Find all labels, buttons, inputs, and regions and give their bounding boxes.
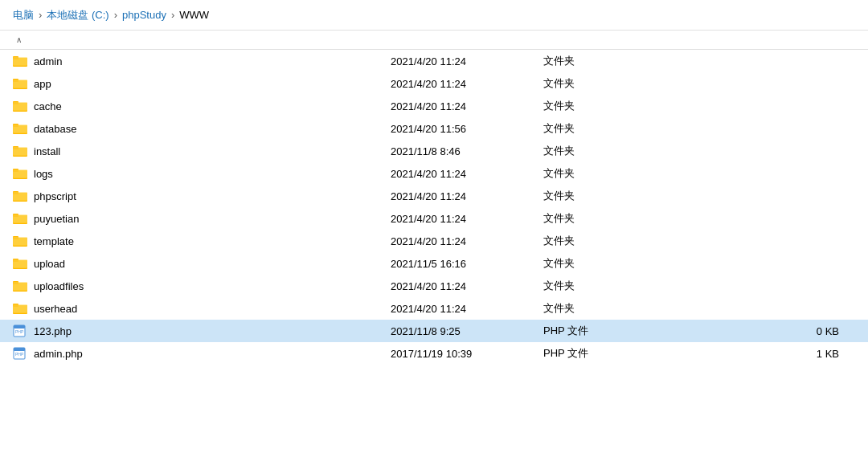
file-type: 文件夹 <box>543 189 704 203</box>
folder-icon <box>13 100 27 112</box>
col-size-header[interactable] <box>704 35 855 44</box>
file-type: 文件夹 <box>543 301 704 316</box>
file-type: 文件夹 <box>543 211 704 226</box>
file-date: 2021/11/8 9:25 <box>391 325 543 337</box>
file-explorer: ∧ admin 2021/4/20 11:24 文件夹 app <box>0 31 868 457</box>
file-date: 2021/4/20 11:24 <box>391 168 543 180</box>
file-name-text: admin.php <box>34 348 83 360</box>
file-date: 2021/4/20 11:56 <box>391 123 543 135</box>
file-type: 文件夹 <box>543 279 704 293</box>
file-name-text: 123.php <box>34 325 72 337</box>
file-date: 2021/11/5 16:16 <box>391 258 543 270</box>
file-name-text: cache <box>34 100 62 112</box>
breadcrumb-sep-1: › <box>39 9 42 21</box>
folder-icon <box>13 122 27 135</box>
file-type: 文件夹 <box>543 99 704 113</box>
table-row[interactable]: cache 2021/4/20 11:24 文件夹 <box>0 95 868 117</box>
table-row[interactable]: uploadfiles 2021/4/20 11:24 文件夹 <box>0 275 868 297</box>
svg-rect-43 <box>13 282 27 290</box>
file-name-text: app <box>34 78 51 90</box>
file-date: 2021/11/8 8:46 <box>391 145 543 157</box>
col-name-header[interactable]: ∧ <box>13 35 391 44</box>
svg-rect-39 <box>13 259 27 267</box>
svg-rect-31 <box>13 214 27 222</box>
file-date: 2021/4/20 11:24 <box>391 235 543 247</box>
file-date: 2021/4/20 11:24 <box>391 100 543 112</box>
table-row[interactable]: database 2021/4/20 11:56 文件夹 <box>0 117 868 140</box>
file-name-text: uploadfiles <box>34 280 84 292</box>
file-name-cell: PHP 123.php <box>13 324 391 337</box>
folder-icon <box>13 212 27 225</box>
svg-rect-35 <box>13 237 27 245</box>
folder-icon <box>13 257 27 270</box>
file-type: PHP 文件 <box>543 324 704 338</box>
breadcrumb-computer[interactable]: 电脑 <box>13 8 34 22</box>
file-name-text: userhead <box>34 303 77 315</box>
file-type: PHP 文件 <box>543 346 704 361</box>
folder-icon <box>13 190 27 202</box>
table-row[interactable]: logs 2021/4/20 11:24 文件夹 <box>0 162 868 185</box>
folder-icon <box>13 280 27 292</box>
file-name-cell: puyuetian <box>13 212 391 225</box>
breadcrumb-sep-3: › <box>171 9 174 21</box>
svg-text:PHP: PHP <box>15 329 24 334</box>
folder-icon <box>13 77 27 90</box>
file-list: admin 2021/4/20 11:24 文件夹 app 2021/4/20 … <box>0 50 868 365</box>
file-name-cell: app <box>13 77 391 90</box>
file-date: 2021/4/20 11:24 <box>391 303 543 315</box>
svg-rect-11 <box>13 102 27 110</box>
folder-icon <box>13 55 27 67</box>
col-type-header[interactable] <box>543 35 704 44</box>
folder-icon <box>13 145 27 157</box>
folder-icon <box>13 302 27 315</box>
file-name-text: puyuetian <box>34 213 79 225</box>
breadcrumb-sep-2: › <box>114 9 117 21</box>
table-row[interactable]: phpscript 2021/4/20 11:24 文件夹 <box>0 185 868 207</box>
file-name-text: database <box>34 123 77 135</box>
col-date-header[interactable] <box>391 35 543 44</box>
file-date: 2021/4/20 11:24 <box>391 55 543 67</box>
table-row[interactable]: admin 2021/4/20 11:24 文件夹 <box>0 50 868 72</box>
breadcrumb-drive[interactable]: 本地磁盘 (C:) <box>47 8 108 22</box>
svg-rect-3 <box>13 57 27 65</box>
table-header: ∧ <box>0 31 868 50</box>
file-name-text: upload <box>34 258 65 270</box>
file-date: 2021/4/20 11:24 <box>391 280 543 292</box>
file-size: 0 KB <box>704 325 855 337</box>
file-name-cell: database <box>13 122 391 135</box>
file-type: 文件夹 <box>543 121 704 136</box>
file-name-text: admin <box>34 55 62 67</box>
php-file-icon: PHP <box>13 347 27 360</box>
svg-text:PHP: PHP <box>15 352 24 357</box>
file-type: 文件夹 <box>543 256 704 271</box>
file-date: 2017/11/19 10:39 <box>391 348 543 360</box>
table-row[interactable]: userhead 2021/4/20 11:24 文件夹 <box>0 297 868 320</box>
file-name-cell: admin <box>13 55 391 67</box>
file-name-text: logs <box>34 168 53 180</box>
svg-rect-27 <box>13 192 27 200</box>
file-name-cell: PHP admin.php <box>13 347 391 360</box>
table-row[interactable]: app 2021/4/20 11:24 文件夹 <box>0 72 868 95</box>
table-row[interactable]: puyuetian 2021/4/20 11:24 文件夹 <box>0 207 868 230</box>
file-name-cell: template <box>13 235 391 247</box>
table-row[interactable]: PHP 123.php 2021/11/8 9:25 PHP 文件 0 KB <box>0 320 868 342</box>
file-size: 1 KB <box>704 348 855 360</box>
file-type: 文件夹 <box>543 234 704 248</box>
svg-rect-49 <box>14 325 25 328</box>
breadcrumb-www: WWW <box>179 9 209 21</box>
file-name-text: install <box>34 145 60 157</box>
file-name-text: template <box>34 235 74 247</box>
breadcrumb-phpstudy[interactable]: phpStudy <box>122 9 166 21</box>
sort-arrow-icon: ∧ <box>16 35 22 44</box>
file-type: 文件夹 <box>543 76 704 91</box>
php-file-icon: PHP <box>13 324 27 337</box>
file-date: 2021/4/20 11:24 <box>391 213 543 225</box>
svg-rect-15 <box>13 124 27 133</box>
table-row[interactable]: install 2021/11/8 8:46 文件夹 <box>0 140 868 162</box>
table-row[interactable]: PHP admin.php 2017/11/19 10:39 PHP 文件 1 … <box>0 342 868 365</box>
file-type: 文件夹 <box>543 144 704 158</box>
table-row[interactable]: upload 2021/11/5 16:16 文件夹 <box>0 252 868 275</box>
svg-rect-23 <box>13 169 27 177</box>
file-type: 文件夹 <box>543 54 704 68</box>
table-row[interactable]: template 2021/4/20 11:24 文件夹 <box>0 230 868 252</box>
